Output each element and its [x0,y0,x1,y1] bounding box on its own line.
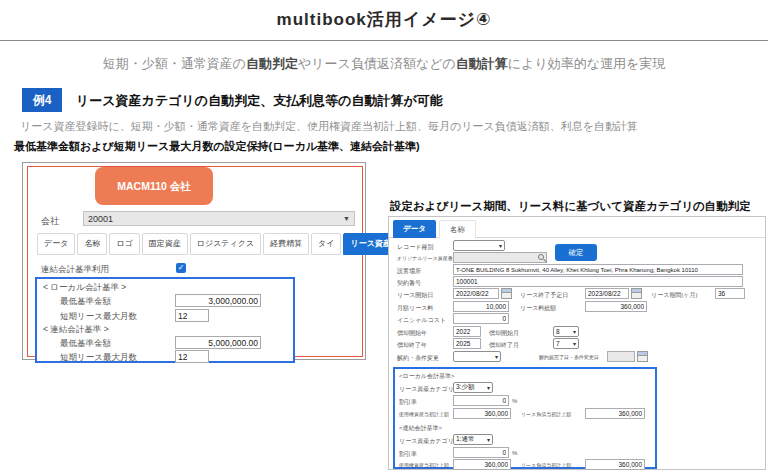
tab-logo[interactable]: ロゴ [109,233,139,255]
local-discount-input[interactable] [453,395,509,406]
cancel-label: 解約・条件変更 [397,354,439,363]
lease-end-input[interactable] [585,288,629,299]
local-rou-input[interactable] [453,408,511,419]
category-result-box: <ローカル会計基準> リース資産カテゴリ 3:少額▾ 割引率 % 使用権資産当初… [393,367,657,469]
original-asset-label: オリジナルリース資産番号 [397,255,458,261]
subtitle-text: 短期・少額・通常資産の [103,56,246,71]
consolidated-use-label: 連結会計基準利用 [41,264,109,276]
consolidated-liability-label: リース負債当初計上額 [521,462,571,468]
subtitle: 短期・少額・通常資産の自動判定やリース負債返済額などの自動計算により効率的な運用… [0,55,768,73]
consolidated-discount-label: 割引率 [399,450,417,459]
consolidated-category-select[interactable]: 1:通常▾ [453,434,493,445]
tab-data[interactable]: データ [37,233,75,255]
local-min-amount-label: 最低基準金額 [60,296,111,308]
dep-end-month-label: 償却終了月 [489,341,519,350]
example-badge: 例4 [22,88,62,112]
cancel-date-input[interactable] [607,351,635,362]
dep-end-year-label: 償却終了年 [397,341,427,350]
consolidated-max-months-label: 短期リース最大月数 [60,352,137,364]
calendar-icon[interactable] [631,288,642,299]
local-rou-label: 使用権資産当初計上額 [399,411,449,417]
initial-cost-label: イニシャルコスト [397,316,446,325]
consolidated-discount-unit: % [512,450,517,456]
search-icon[interactable] [538,254,544,260]
consolidated-liability-input[interactable] [585,459,645,470]
chevron-down-icon: ▾ [487,436,490,443]
dep-end-year-input[interactable] [453,338,481,349]
tab-lease-data[interactable]: データ [393,220,436,238]
subtitle-text: やリース負債返済額などの [298,56,456,71]
consolidated-category-label: リース資産カテゴリ [399,437,454,446]
record-type-select[interactable]: ▾ [453,240,505,251]
local-discount-label: 割引率 [399,398,417,407]
local-liability-label: リース負債当初計上額 [521,411,571,417]
dep-end-month-select[interactable]: 7▾ [553,338,579,349]
consolidated-use-checkbox[interactable]: ✓ [176,263,186,273]
tab-fixed-assets[interactable]: 固定資産 [142,233,188,255]
consolidated-category-value: 1:通常 [456,435,474,444]
consolidated-discount-input[interactable] [453,447,509,458]
confirm-button[interactable]: 確定 [555,244,597,261]
chevron-down-icon: ▾ [487,384,490,391]
contract-input[interactable] [453,276,743,287]
local-category-select[interactable]: 3:少額▾ [453,382,493,393]
lease-start-input[interactable] [453,288,499,299]
right-screenshot-heading: 設定およびリース期間、リース料に基づいて資産カテゴリの自動判定 [390,199,751,214]
lease-tabbar: データ 名称 [389,217,765,238]
subtitle-bold-calc: 自動計算 [456,56,508,71]
lease-start-label: リース開始日 [397,291,433,300]
local-standard-section: <ローカル会計基準> [399,372,454,381]
company-label: 会社 [41,215,59,228]
tab-lease-names[interactable]: 名称 [439,220,476,238]
local-liability-input[interactable] [585,408,645,419]
consolidated-max-months-input[interactable] [175,350,209,363]
local-discount-unit: % [512,398,517,404]
cancel-select[interactable]: ▾ [453,351,501,362]
initial-cost-input[interactable] [453,313,509,324]
consolidated-min-amount-input[interactable] [175,336,261,349]
monthly-fee-input[interactable] [453,301,509,312]
consolidated-min-amount-label: 最低基準金額 [60,338,111,350]
lease-term-input[interactable] [715,288,745,299]
standards-settings-box: < ローカル会計基準 > 最低基準金額 短期リース最大月数 < 連結会計基準 >… [35,277,295,363]
dep-end-month-value: 7 [556,340,560,347]
local-min-amount-input[interactable] [175,294,261,307]
chevron-down-icon: ▾ [573,328,576,335]
consolidated-rou-input[interactable] [453,459,511,470]
cancel-date-label: 解約届完了日・条件変更日 [539,354,599,360]
local-max-months-input[interactable] [175,309,209,322]
company-panel-header: MACM110 会社 [95,167,213,205]
company-select[interactable]: 20001 ▼ [83,211,355,226]
location-input[interactable] [453,264,743,275]
title-divider [0,40,768,41]
dep-start-year-input[interactable] [453,326,481,337]
local-section-label: < ローカル会計基準 > [43,282,126,294]
tab-names[interactable]: 名称 [77,233,107,255]
total-fee-input[interactable] [585,301,647,312]
subtitle-bold-judge: 自動判定 [246,56,298,71]
chevron-down-icon: ▾ [499,242,502,249]
lease-end-label: リース終了予定日 [520,291,568,300]
calendar-icon[interactable] [501,288,512,299]
local-max-months-label: 短期リース最大月数 [60,311,137,323]
dep-start-month-select[interactable]: 8▾ [553,326,579,337]
local-category-label: リース資産カテゴリ [399,385,454,394]
original-asset-search-input[interactable] [453,252,547,263]
slide: multibook活用イメージ④ 短期・少額・通常資産の自動判定やリース負債返済… [0,0,768,471]
lease-asset-panel: データ 名称 レコード種別 ▾ オリジナルリース資産番号 確定 設置場所 契約番… [388,216,766,470]
chevron-down-icon: ▾ [495,353,498,360]
example-description: リース資産登録時に、短期・少額・通常資産を自動判定、使用権資産当初計上額、毎月の… [20,119,638,134]
company-settings-panel: MACM110 会社 会社 20001 ▼ データ 名称 ロゴ 固定資産 ロジス… [22,162,366,360]
chevron-down-icon: ▾ [573,340,576,347]
dep-start-month-value: 8 [556,328,560,335]
consolidated-rou-label: 使用権資産当初計上額 [399,462,449,468]
tab-expenses[interactable]: 経費精算 [263,233,309,255]
calendar-icon[interactable] [637,351,648,362]
example-title: リース資産カテゴリの自動判定、支払利息等の自動計算が可能 [76,92,443,110]
tab-thai[interactable]: タイ [311,233,341,255]
dep-start-year-label: 償却開始年 [397,329,427,338]
consolidated-standard-section: <連結会計基準> [399,424,442,433]
tab-logistics[interactable]: ロジスティクス [190,233,261,255]
lease-term-label: リース期間(ヶ月) [651,291,697,300]
company-tabbar: データ 名称 ロゴ 固定資産 ロジスティクス 経費精算 タイ リース資産 [37,233,398,255]
